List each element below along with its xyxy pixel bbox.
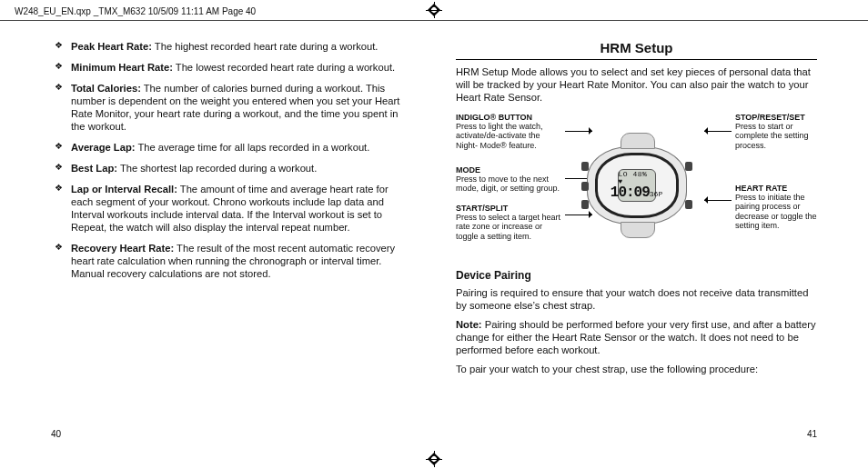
callout-body: Press to start or complete the setting p… <box>735 122 809 150</box>
term: Peak Heart Rate: <box>71 41 152 52</box>
callout-body: Press to initiate the pairing process or… <box>735 193 817 230</box>
spread: Peak Heart Rate: The highest recorded he… <box>51 40 817 429</box>
list-item: Best Lap: The shortest lap recorded duri… <box>51 162 412 175</box>
term: Best Lap: <box>71 163 117 174</box>
page-number-left: 40 <box>51 429 61 441</box>
arrow-icon <box>704 200 732 201</box>
definitions-list: Peak Heart Rate: The highest recorded he… <box>51 40 412 288</box>
definition-text: The shortest lap recorded during a worko… <box>120 163 317 174</box>
definition-text: The average time for all laps recorded i… <box>137 142 369 153</box>
callout-cap: STOP/RESET/SET <box>735 113 817 122</box>
list-item: Total Calories: The number of calories b… <box>51 82 412 133</box>
callout-indiglo: INDIGLO® BUTTON Press to light the watch… <box>456 113 563 150</box>
callout-body: Press to move to the next mode, digit, o… <box>456 175 560 193</box>
page-number-right: 41 <box>807 429 817 441</box>
watch-diagram: INDIGLO® BUTTON Press to light the watch… <box>456 113 817 258</box>
right-column: HRM Setup HRM Setup Mode allows you to s… <box>456 40 817 429</box>
paragraph: To pair your watch to your chest strap, … <box>456 363 817 375</box>
watch-time-suffix: 36P <box>650 190 662 198</box>
term: Average Lap: <box>71 142 135 153</box>
device-pairing-heading: Device Pairing <box>456 269 817 283</box>
callout-cap: START/SPLIT <box>456 204 563 213</box>
term: Minimum Heart Rate: <box>71 62 173 73</box>
left-column: Peak Heart Rate: The highest recorded he… <box>51 40 412 429</box>
callout-cap: HEART RATE <box>735 184 817 193</box>
term: Total Calories: <box>71 83 141 94</box>
callout-cap: MODE <box>456 165 563 175</box>
section-title: HRM Setup <box>456 40 817 60</box>
list-item: Average Lap: The average time for all la… <box>51 141 412 154</box>
watch-screen: LO 48% ♥ 10:0936P <box>618 169 656 202</box>
callout-start-split: START/SPLIT Press to select a target hea… <box>456 204 563 241</box>
note-label: Note: <box>456 319 482 330</box>
definition-text: The highest recorded heart rate during a… <box>155 41 378 52</box>
term: Lap or Interval Recall: <box>71 184 177 195</box>
intro-paragraph: HRM Setup Mode allows you to select and … <box>456 65 817 104</box>
list-item: Recovery Heart Rate: The result of the m… <box>51 242 412 280</box>
paragraph: Pairing is required to ensure that your … <box>456 286 817 312</box>
header-rule <box>0 20 868 21</box>
page: W248_EU_EN.qxp _TMX_M632 10/5/09 11:11 A… <box>0 0 868 469</box>
callout-cap: INDIGLO® BUTTON <box>456 113 563 122</box>
definition-text: The lowest recorded heart rate during a … <box>176 62 395 73</box>
callout-mode: MODE Press to move to the next mode, dig… <box>456 165 563 194</box>
list-item: Peak Heart Rate: The highest recorded he… <box>51 40 412 53</box>
list-item: Minimum Heart Rate: The lowest recorded … <box>51 61 412 74</box>
file-tag: W248_EU_EN.qxp _TMX_M632 10/5/09 11:11 A… <box>15 6 256 18</box>
note-paragraph: Note: Pairing should be performed before… <box>456 318 817 356</box>
callout-body: Press to select a target heart rate zone… <box>456 213 560 241</box>
term: Recovery Heart Rate: <box>71 243 174 254</box>
list-item: Lap or Interval Recall: The amount of ti… <box>51 183 412 234</box>
watch-illustration: LO 48% ♥ 10:0936P <box>587 146 687 225</box>
watch-time: 10:09 <box>611 185 650 201</box>
registration-mark-bottom <box>428 453 440 465</box>
registration-mark-top <box>428 4 440 16</box>
arrow-icon <box>704 131 732 132</box>
note-body: Pairing should be performed before your … <box>456 319 816 355</box>
watch-line1: LO 48% ♥ <box>619 171 655 185</box>
callout-heart-rate: HEART RATE Press to initiate the pairing… <box>735 184 817 231</box>
prepress-header: W248_EU_EN.qxp _TMX_M632 10/5/09 11:11 A… <box>15 4 256 20</box>
callout-body: Press to light the watch, activate/de-ac… <box>456 122 543 150</box>
callout-stop-reset: STOP/RESET/SET Press to start or complet… <box>735 113 817 150</box>
arrow-icon <box>565 131 592 132</box>
